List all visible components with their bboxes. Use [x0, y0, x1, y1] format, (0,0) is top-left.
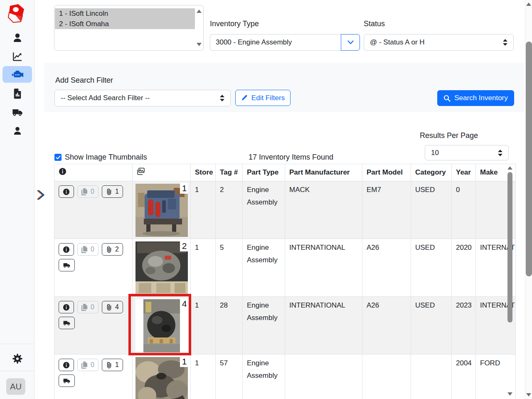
column-header: Part Model — [362, 164, 411, 181]
image-count-badge: 1 — [180, 183, 188, 194]
column-header: Category — [411, 164, 452, 181]
copy-button[interactable]: 0 — [77, 301, 99, 313]
copy-button[interactable]: 0 — [77, 243, 99, 256]
year-cell: 2023 — [452, 297, 476, 355]
store-multiselect[interactable]: 1 - ISoft Lincoln2 - ISoft Omaha — [54, 5, 204, 51]
user-icon — [12, 126, 22, 136]
sidebar-collapse-chevron-icon[interactable] — [36, 188, 46, 202]
itrack-logo-icon[interactable] — [6, 3, 27, 24]
truck-icon — [12, 107, 23, 118]
part-manufacturer-cell: INTERNATIONAL — [285, 297, 362, 355]
category-cell — [411, 355, 452, 399]
paperclip-icon — [106, 362, 112, 369]
actions-column-header — [54, 164, 133, 181]
info-button[interactable] — [59, 185, 74, 198]
make-cell: FORD — [476, 355, 516, 399]
divider — [0, 371, 34, 371]
thumbnail-link[interactable]: 1 — [135, 357, 188, 399]
sidebar-item-settings[interactable] — [2, 350, 32, 367]
copy-button[interactable]: 0 — [77, 185, 99, 198]
truck-button[interactable] — [59, 374, 75, 387]
image-count-badge: 2 — [180, 241, 188, 251]
status-value: @ - Status A or H — [370, 38, 500, 47]
actions-cell: 0 1 — [54, 355, 133, 399]
part-model-cell: A26 — [362, 297, 411, 355]
column-header: Store — [191, 164, 216, 181]
copy-count: 0 — [91, 361, 94, 369]
scroll-down-icon[interactable] — [526, 393, 531, 397]
column-header: Part Type — [243, 164, 285, 181]
show-thumbnails-checkbox[interactable] — [54, 154, 62, 161]
chevron-down-icon — [347, 40, 354, 44]
store-option[interactable]: 1 - ISoft Lincoln — [55, 8, 195, 19]
copy-count: 0 — [91, 303, 94, 311]
page-scrollbar[interactable] — [525, 0, 532, 399]
scrollbar-thumb[interactable] — [526, 42, 532, 276]
attachments-button[interactable]: 2 — [102, 243, 123, 256]
inventory-type-input[interactable] — [210, 34, 341, 51]
image-cell: 4 — [133, 297, 191, 355]
results-count: 17 Inventory Items Found — [216, 153, 366, 162]
inventory-table-body: 0 1 — [54, 181, 516, 399]
sidebar-item-users[interactable] — [2, 123, 32, 139]
sidebar-item-documents[interactable] — [2, 85, 32, 102]
status-select[interactable]: @ - Status A or H — [364, 34, 514, 51]
info-button[interactable] — [59, 359, 74, 371]
truck-button[interactable] — [59, 259, 75, 271]
table-row: 0 1 — [54, 181, 516, 239]
paperclip-icon — [106, 188, 112, 195]
year-cell: 2004 — [452, 355, 476, 399]
inventory-type-label: Inventory Type — [210, 20, 259, 28]
results-per-page-select[interactable]: 10 — [425, 145, 509, 160]
paperclip-icon — [106, 304, 112, 311]
show-thumbnails-label[interactable]: Show Image Thumbnails — [65, 153, 147, 162]
store-cell: 1 — [191, 239, 216, 297]
image-count-badge: 4 — [180, 298, 188, 309]
make-cell: INTERNATIONAL — [476, 239, 516, 297]
copy-icon — [81, 246, 88, 253]
part-manufacturer-cell: INTERNATIONAL — [285, 239, 362, 297]
search-inventory-button[interactable]: Search Inventory — [437, 90, 514, 106]
copy-icon — [81, 362, 88, 369]
sidebar-item-shipping[interactable] — [2, 104, 32, 121]
image-cell: 2 — [133, 239, 191, 297]
inventory-type-group — [210, 34, 360, 51]
part-type-cell: Engine Assembly — [243, 181, 285, 239]
thumbnail-link[interactable]: 4 — [135, 299, 188, 352]
actions-cell: 0 2 — [54, 239, 133, 297]
info-button[interactable] — [59, 301, 74, 313]
pencil-icon — [241, 95, 248, 101]
scroll-up-icon[interactable] — [197, 10, 202, 13]
table-row: 0 1 — [54, 355, 516, 399]
chart-icon — [12, 51, 23, 62]
attachment-count: 1 — [115, 361, 119, 369]
column-header: Tag # — [216, 164, 243, 181]
scroll-up-icon[interactable] — [526, 2, 531, 6]
attachments-button[interactable]: 1 — [102, 359, 123, 371]
sidebar-item-customers[interactable] — [2, 30, 32, 46]
edit-filters-button[interactable]: Edit Filters — [235, 90, 291, 106]
column-header: Year — [452, 164, 476, 181]
attachment-count: 4 — [115, 303, 119, 311]
truck-button[interactable] — [59, 317, 75, 329]
info-button[interactable] — [59, 243, 74, 256]
copy-count: 0 — [91, 188, 94, 195]
copy-count: 0 — [91, 246, 94, 253]
inventory-type-dropdown-button[interactable] — [341, 34, 360, 51]
add-search-filter-select[interactable]: -- Select Add Search Filter -- — [54, 90, 231, 106]
report-icon — [12, 88, 22, 99]
scroll-down-icon[interactable] — [197, 43, 202, 46]
avatar[interactable]: AU — [6, 378, 25, 395]
thumbnail-link[interactable]: 2 — [135, 241, 188, 295]
attachments-button[interactable]: 1 — [102, 185, 123, 198]
listbox-scrollbar[interactable] — [196, 6, 202, 49]
store-option[interactable]: 2 - ISoft Omaha — [55, 19, 195, 29]
attachments-button[interactable]: 4 — [102, 301, 123, 313]
sidebar-item-reports[interactable] — [2, 48, 32, 65]
copy-button[interactable]: 0 — [77, 359, 99, 371]
thumbnail-link[interactable]: 1 — [135, 184, 188, 237]
sidebar-item-inventory[interactable] — [2, 66, 32, 83]
column-header: Make — [476, 164, 516, 181]
part-type-cell: Engine Assembly — [243, 239, 285, 297]
info-icon — [59, 167, 66, 175]
